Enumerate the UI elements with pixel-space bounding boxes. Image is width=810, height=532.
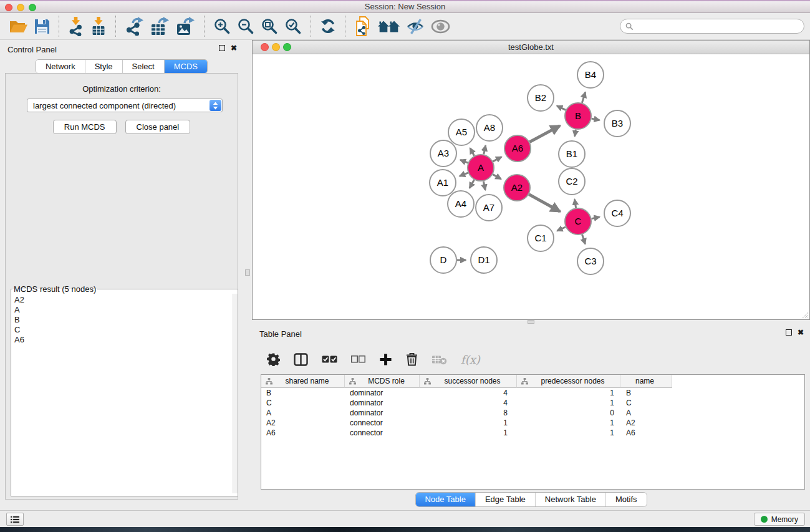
memory-button[interactable]: Memory (754, 513, 805, 526)
close-window-button[interactable] (5, 4, 12, 11)
minimize-window-button[interactable] (17, 4, 24, 11)
column-header-shared-name[interactable]: shared name (261, 375, 345, 388)
vertical-splitter[interactable] (243, 40, 252, 510)
network-close-button[interactable] (261, 43, 269, 51)
table-settings-button[interactable] (267, 353, 280, 366)
optimization-criterion-select[interactable]: largest connected component (directed) (27, 99, 223, 112)
function-builder-button[interactable]: f(x) (461, 353, 480, 366)
run-mcds-button[interactable]: Run MCDS (53, 120, 117, 134)
mcds-result-item[interactable]: C (14, 325, 233, 335)
vertical-splitter-handle[interactable] (245, 269, 250, 276)
graph-edge-B-B2[interactable] (557, 106, 566, 110)
tab-network-table[interactable]: Network Table (536, 493, 606, 506)
show-columns-button[interactable] (294, 353, 308, 366)
add-column-button[interactable] (379, 353, 392, 366)
zoom-out-button[interactable] (234, 16, 258, 36)
mcds-panel: Optimization criterion: largest connecte… (5, 73, 238, 500)
refresh-view-button[interactable] (317, 17, 339, 36)
graph-edge-A6-B[interactable] (529, 126, 560, 142)
tab-mcds[interactable]: MCDS (165, 60, 207, 73)
show-panels-button[interactable] (6, 513, 24, 526)
tab-edge-table[interactable]: Edge Table (476, 493, 536, 506)
import-table-button[interactable] (87, 16, 110, 37)
tab-style[interactable]: Style (85, 60, 123, 73)
graph-edge-B-B1[interactable] (575, 130, 576, 137)
graph-edge-C-C3[interactable] (582, 235, 586, 244)
float-panel-icon[interactable] (219, 45, 225, 51)
graph-edge-A2-C[interactable] (529, 195, 560, 212)
horizontal-splitter-handle[interactable] (528, 320, 534, 324)
network-zoom-button[interactable] (283, 43, 291, 51)
graph-edge-C-C1[interactable] (557, 227, 566, 231)
reset-layout-button[interactable] (375, 17, 403, 36)
graph-edge-A-A4[interactable] (470, 180, 474, 188)
tab-network[interactable]: Network (36, 60, 85, 73)
mcds-result-item[interactable]: A (14, 305, 233, 315)
export-table-button[interactable] (147, 16, 173, 37)
graph-node-label-D1: D1 (478, 254, 489, 265)
search-input[interactable] (637, 21, 804, 31)
column-type-icon (424, 378, 431, 385)
table-row[interactable]: C dominator 4 1 C (261, 398, 804, 408)
network-canvas[interactable]: AA1A2A3A4A5A6A7A8BB1B2B3B4CC1C2C3C4DD1 (253, 54, 809, 319)
hide-details-button[interactable] (403, 17, 428, 36)
network-window-title: testGlobe.txt (253, 41, 809, 54)
graph-edge-A-A1[interactable] (460, 173, 468, 176)
graph-edge-C-C4[interactable] (592, 217, 600, 219)
control-panel-title: Control Panel (7, 45, 57, 54)
delete-column-button[interactable] (406, 352, 418, 366)
column-header-mcds-role[interactable]: MCDS role (345, 375, 420, 388)
export-image-button[interactable] (173, 16, 198, 37)
zoom-in-button[interactable] (210, 16, 234, 36)
tab-motifs[interactable]: Motifs (606, 493, 647, 506)
mcds-result-legend: MCDS result (5 nodes) (12, 284, 97, 294)
table-row[interactable]: B dominator 4 1 B (261, 388, 804, 398)
mcds-result-item[interactable]: B (14, 315, 233, 325)
network-minimize-button[interactable] (272, 43, 280, 51)
open-session-button[interactable] (6, 17, 31, 36)
result-scrollbar[interactable] (233, 294, 238, 493)
zoom-selected-button[interactable] (281, 16, 305, 36)
import-network-button[interactable] (65, 16, 87, 37)
unselect-all-columns-button[interactable] (351, 355, 365, 363)
zoom-window-button[interactable] (29, 4, 36, 11)
zoom-fit-button[interactable] (258, 16, 281, 36)
export-network-button[interactable] (122, 16, 147, 37)
column-header-name[interactable]: name (620, 375, 672, 388)
column-header-successor-nodes[interactable]: successor nodes (420, 375, 517, 388)
delete-table-button[interactable] (432, 354, 447, 365)
graph-edge-B-B4[interactable] (582, 92, 585, 103)
graph-node-label-A4: A4 (455, 198, 466, 209)
tab-select[interactable]: Select (123, 60, 165, 73)
graph-edge-A-A2[interactable] (493, 175, 501, 179)
graph-edge-A-A7[interactable] (483, 181, 485, 190)
clone-network-button[interactable] (351, 15, 375, 37)
close-panel-button[interactable]: Close panel (125, 120, 191, 134)
tab-node-table[interactable]: Node Table (415, 493, 476, 506)
save-session-button[interactable] (31, 17, 53, 36)
resize-grip-icon[interactable] (801, 311, 809, 319)
graph-edge-A-A3[interactable] (460, 160, 468, 163)
table-header-row: shared name MCDS role successor nodes (261, 375, 804, 388)
graph-edge-A-A5[interactable] (470, 148, 475, 156)
graph-edge-A-A8[interactable] (484, 145, 486, 154)
mcds-result-item[interactable]: A2 (14, 295, 233, 305)
close-panel-icon[interactable]: ✖ (231, 44, 237, 52)
graph-edge-A-A6[interactable] (493, 157, 502, 162)
horizontal-splitter[interactable] (252, 320, 810, 324)
column-header-predecessor-nodes[interactable]: predecessor nodes (517, 375, 620, 388)
toolbar-separator (311, 16, 311, 37)
float-panel-icon[interactable] (786, 329, 792, 336)
close-panel-icon[interactable]: ✖ (798, 329, 804, 336)
mcds-result-item[interactable]: A6 (14, 335, 233, 345)
import-table-icon (90, 17, 107, 36)
table-row[interactable]: A dominator 8 0 A (261, 408, 804, 418)
show-details-eye-icon (431, 19, 450, 34)
table-row[interactable]: A6 connector 1 1 A6 (261, 428, 804, 438)
table-row[interactable]: A2 connector 1 1 A2 (261, 418, 804, 428)
show-details-button[interactable] (428, 18, 453, 35)
graph-node-label-D: D (440, 254, 447, 265)
graph-edge-C-C2[interactable] (575, 200, 576, 208)
graph-edge-B-B3[interactable] (592, 118, 600, 120)
select-all-columns-button[interactable] (322, 355, 337, 364)
